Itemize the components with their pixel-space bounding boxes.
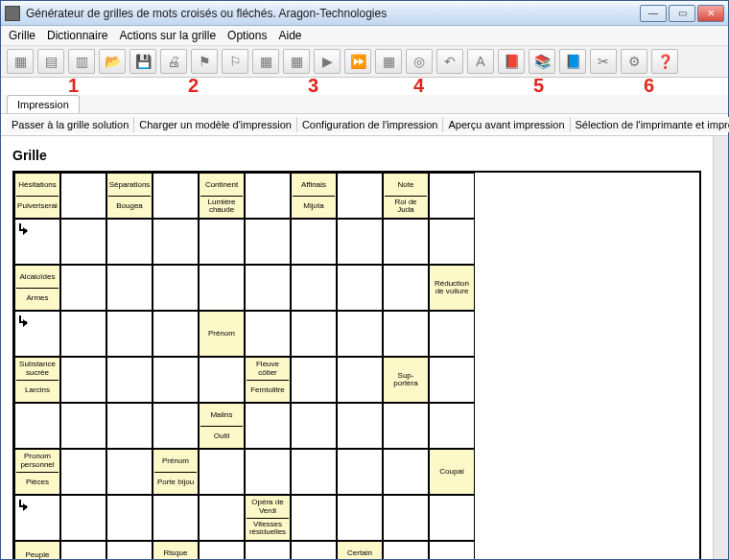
grid-cell: [60, 449, 106, 495]
clue-bottom: Pulveriserai: [16, 197, 59, 218]
arrow-down-right-icon: [19, 500, 29, 509]
grid-cell: [429, 311, 475, 357]
tool-new-icon[interactable]: ▦: [7, 49, 34, 74]
grid-cell: [429, 541, 475, 559]
clue-top: Pronom personnel: [16, 451, 59, 472]
clue-cell: Sup-portera: [383, 357, 429, 403]
grid-cell: [245, 403, 291, 449]
sub-toolbar: Passer à la grille solution Charger un m…: [1, 114, 728, 136]
tool-undo-icon[interactable]: ↶: [436, 49, 463, 74]
menu-grille[interactable]: Grille: [9, 29, 35, 42]
grid-cell: [153, 173, 199, 219]
grid-cell: [153, 495, 199, 541]
minimize-button[interactable]: —: [640, 5, 667, 22]
grid-cell: [199, 219, 245, 265]
clue-bottom: Femtolitre: [247, 381, 289, 402]
clue-text: Coupai: [431, 451, 473, 493]
clue-text: Réduction de voilure: [431, 267, 473, 309]
grid-cell: [383, 541, 429, 559]
grid-cell: [291, 219, 337, 265]
tool-grid5-icon[interactable]: ▦: [375, 49, 402, 74]
clue-cell: SéparationsBougea: [106, 173, 153, 219]
tool-play-icon[interactable]: ▶: [314, 49, 341, 74]
clue-cell: Prénom: [199, 311, 245, 357]
tool-book2-icon[interactable]: 📚: [529, 49, 555, 74]
grid-cell: [60, 403, 106, 449]
tool-gear-icon[interactable]: ⚙: [621, 49, 647, 74]
clue-cell: NoteRoi de Juda: [383, 173, 429, 219]
clue-cell: HésitationsPulveriserai: [14, 173, 60, 219]
grid-cell: [291, 403, 337, 449]
vertical-scrollbar[interactable]: [713, 136, 728, 559]
clue-bottom: Armes: [16, 289, 59, 310]
grid-cell: [199, 357, 245, 403]
grid-cell: [60, 495, 106, 541]
clue-cell: Peuple d'Afrique du nord: [14, 541, 60, 559]
clue-bottom: Roi de Juda: [385, 197, 427, 218]
menu-options[interactable]: Options: [227, 29, 267, 42]
menu-dictionnaire[interactable]: Dictionnaire: [47, 29, 107, 42]
tool-tools-icon[interactable]: ✂: [590, 49, 617, 74]
grid-cell: [337, 265, 383, 311]
grid-cell: [106, 219, 153, 265]
sub-print[interactable]: Sélection de l'imprimante et impression: [571, 117, 730, 132]
grid-cell: [106, 449, 153, 495]
tool-grid4-icon[interactable]: ▦: [283, 49, 310, 74]
tool-grid3-icon[interactable]: ▦: [252, 49, 279, 74]
tool-grid2-icon[interactable]: ▥: [68, 49, 95, 74]
tool-print-icon[interactable]: 🖨: [160, 49, 187, 74]
menu-actions[interactable]: Actions sur la grille: [119, 29, 216, 42]
clue-cell: Fleuve côtierFemtolitre: [245, 357, 291, 403]
tabstrip: Impression: [1, 95, 728, 114]
clue-top: Note: [385, 175, 427, 196]
clue-cell: Coupai: [429, 449, 475, 495]
grid-cell: [337, 173, 383, 219]
clue-bottom: Vitesses résiduelles: [247, 519, 289, 540]
tool-ff-icon[interactable]: ⏩: [344, 49, 371, 74]
grid-cell: [337, 357, 383, 403]
grid-cell: [383, 219, 429, 265]
window-buttons: — ▭ ✕: [640, 5, 724, 22]
tool-flag2-icon[interactable]: ⚐: [222, 49, 248, 74]
arrow-down-right-icon: [19, 223, 29, 233]
tool-font-icon[interactable]: A: [467, 49, 494, 74]
tool-book1-icon[interactable]: 📕: [498, 49, 525, 74]
close-button[interactable]: ✕: [697, 5, 724, 22]
grid-cell: [199, 265, 245, 311]
grid-cell: [337, 495, 383, 541]
sub-config[interactable]: Configuration de l'impression: [297, 117, 444, 132]
clue-text: Peuple d'Afrique du nord: [16, 543, 59, 559]
sub-preview[interactable]: Aperçu avant impression: [443, 117, 570, 132]
sub-solution[interactable]: Passer à la grille solution: [7, 117, 134, 132]
grid-cell: [429, 403, 475, 449]
grid-cell: [291, 357, 337, 403]
tool-help-icon[interactable]: ❓: [651, 49, 678, 74]
menu-aide[interactable]: Aide: [278, 29, 301, 42]
clue-top: Opéra de Verdi: [247, 497, 289, 518]
grid-cell: [60, 357, 106, 403]
clue-top: Séparations: [108, 175, 151, 196]
maximize-button[interactable]: ▭: [669, 5, 695, 22]
titlebar: Générateur de grilles de mots croisés ou…: [1, 1, 728, 26]
grid-cell: [429, 219, 475, 265]
clue-cell: Opéra de VerdiVitesses résiduelles: [245, 495, 291, 541]
annotation-3: 3: [308, 75, 318, 97]
annotation-5: 5: [533, 75, 544, 97]
annotation-2: 2: [188, 75, 199, 97]
tool-book3-icon[interactable]: 📘: [559, 49, 586, 74]
grid-cell: [245, 173, 291, 219]
grid-cell: [106, 403, 153, 449]
clue-top: Fleuve côtier: [247, 359, 289, 380]
tool-target-icon[interactable]: ◎: [406, 49, 433, 74]
grid-cell: [60, 173, 106, 219]
tool-grid1-icon[interactable]: ▤: [37, 49, 64, 74]
tab-impression[interactable]: Impression: [7, 95, 80, 113]
sub-load-model[interactable]: Charger un modèle d'impression: [134, 117, 297, 132]
grid-cell: [245, 541, 291, 559]
clue-top: Affinais: [293, 175, 335, 196]
tool-save-icon[interactable]: 💾: [129, 49, 156, 74]
tool-flag1-icon[interactable]: ⚑: [191, 49, 218, 74]
grid-cell: [60, 219, 106, 265]
tool-open-icon[interactable]: 📂: [99, 49, 126, 74]
grid-cell: [153, 403, 199, 449]
